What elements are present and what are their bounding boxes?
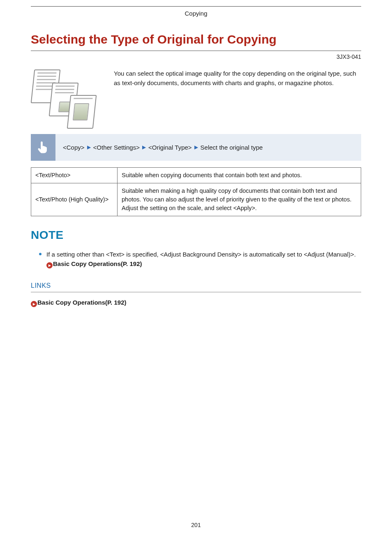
intro-text: You can select the optical image quality… (114, 69, 361, 122)
chevron-right-icon: ▶ (194, 144, 198, 151)
table-row: <Text/Photo (High Quality)> Suitable whe… (31, 183, 361, 216)
operation-steps-band: <Copy> ▶ <Other Settings> ▶ <Original Ty… (31, 134, 361, 161)
links-item[interactable]: ▸Basic Copy Operations(P. 192) (31, 299, 126, 306)
note-link[interactable]: ▸Basic Copy Operations(P. 192) (46, 260, 142, 267)
link-arrow-icon: ▸ (46, 262, 53, 268)
table-row: <Text/Photo> Suitable when copying docum… (31, 168, 361, 183)
document-code: 3JX3-041 (31, 53, 361, 61)
step-original-type: <Original Type> (148, 143, 192, 152)
note-list: If a setting other than <Text> is specif… (31, 250, 361, 269)
type-desc: Suitable when copying documents that con… (118, 168, 361, 183)
page-title: Selecting the Type of Original for Copyi… (31, 30, 361, 51)
original-types-illustration (31, 69, 101, 122)
type-desc: Suitable when making a high quality copy… (118, 183, 361, 216)
original-types-table: <Text/Photo> Suitable when copying docum… (31, 167, 361, 216)
type-label: <Text/Photo (High Quality)> (31, 183, 118, 216)
intro-row: You can select the optical image quality… (31, 69, 361, 122)
note-heading: NOTE (31, 227, 361, 244)
page-number: 201 (31, 521, 361, 529)
chevron-right-icon: ▶ (142, 144, 146, 151)
documents-stack-icon (31, 69, 97, 122)
step-other-settings: <Other Settings> (93, 143, 140, 152)
operation-steps-text: <Copy> ▶ <Other Settings> ▶ <Original Ty… (55, 134, 361, 161)
step-copy: <Copy> (63, 143, 85, 152)
note-link-text: Basic Copy Operations(P. 192) (53, 260, 142, 267)
links-row: ▸Basic Copy Operations(P. 192) (31, 298, 361, 307)
section-header-text: Copying (184, 10, 207, 17)
links-heading: LINKS (31, 281, 361, 292)
note-item: If a setting other than <Text> is specif… (39, 250, 361, 269)
link-arrow-icon: ▸ (31, 301, 37, 307)
type-label: <Text/Photo> (31, 168, 118, 183)
step-select-type: Select the original type (201, 143, 263, 152)
note-text: If a setting other than <Text> is specif… (46, 251, 356, 258)
section-header: Copying (31, 6, 361, 18)
chevron-right-icon: ▶ (87, 144, 91, 151)
hand-pointer-icon (31, 134, 55, 161)
links-item-text: Basic Copy Operations(P. 192) (37, 299, 126, 306)
